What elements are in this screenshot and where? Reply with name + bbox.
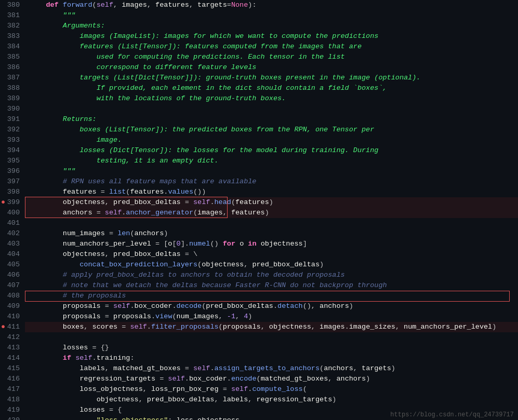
line-number: 405 <box>0 260 25 270</box>
line-number: 388 <box>0 83 25 93</box>
line-content: testing, it is an empty dict. <box>25 156 518 166</box>
line-number: 404 <box>0 249 25 260</box>
code-line: 418 objectness, pred_bbox_deltas, labels… <box>0 395 518 405</box>
line-number: 408 <box>0 291 25 301</box>
code-line: 386 correspond to different feature leve… <box>0 62 518 73</box>
code-line: 392 boxes (List[Tensor]): the predicted … <box>0 125 518 135</box>
code-line: 405 concat_box_prediction_layers(objectn… <box>0 260 518 270</box>
code-line: 393 image. <box>0 135 518 145</box>
line-number: 391 <box>0 114 25 125</box>
code-line: 408 # the proposals <box>0 291 518 301</box>
code-line: 415 labels, matched_gt_boxes = self.assi… <box>0 363 518 374</box>
line-number: 419 <box>0 405 25 415</box>
line-number: 400 <box>0 208 25 218</box>
line-content: def forward(self, images, features, targ… <box>25 0 518 10</box>
line-number: 386 <box>0 62 25 73</box>
line-number: 396 <box>0 166 25 177</box>
line-number: 394 <box>0 145 25 156</box>
line-content: Arguments: <box>25 21 518 31</box>
line-number: 417 <box>0 384 25 395</box>
line-content: If provided, each element in the dict sh… <box>25 83 518 93</box>
line-content: concat_box_prediction_layers(objectness,… <box>25 260 518 270</box>
code-line: 402 num_images = len(anchors) <box>0 228 518 239</box>
code-line: 385 used for computing the predictions. … <box>0 52 518 62</box>
line-number: 412 <box>0 332 25 343</box>
code-line: 404 objectness, pred_bbox_deltas = \ <box>0 249 518 260</box>
line-number: 411 <box>0 322 25 332</box>
line-content: losses (Dict[Tensor]): the losses for th… <box>25 145 518 156</box>
line-content: with the locations of the ground-truth b… <box>25 93 518 104</box>
line-number: 384 <box>0 42 25 52</box>
line-number: 383 <box>0 31 25 42</box>
code-line: 398 features = list(features.values()) <box>0 187 518 197</box>
line-number: 398 <box>0 187 25 197</box>
code-line: 395 testing, it is an empty dict. <box>0 156 518 166</box>
line-content: # RPN uses all feature maps that are ava… <box>25 177 518 187</box>
code-line: 389 with the locations of the ground-tru… <box>0 93 518 104</box>
line-number: 390 <box>0 104 25 114</box>
code-line: 412 <box>0 332 518 343</box>
line-number: 382 <box>0 21 25 31</box>
line-content: features = list(features.values()) <box>25 187 518 197</box>
code-line: 401 <box>0 218 518 228</box>
line-content: objectness, pred_bbox_deltas, labels, re… <box>25 395 518 405</box>
line-content: boxes, scores = self.filter_proposals(pr… <box>25 322 518 332</box>
code-line: 381 """ <box>0 10 518 21</box>
line-content: images (ImageList): images for which we … <box>25 31 518 42</box>
code-line: 399 objectness, pred_bbox_deltas = self.… <box>0 197 518 208</box>
code-line: 403 num_anchors_per_level = [o[0].numel(… <box>0 239 518 249</box>
line-number: 393 <box>0 135 25 145</box>
code-line: 394 losses (Dict[Tensor]): the losses fo… <box>0 145 518 156</box>
line-content: """ <box>25 10 518 21</box>
code-line: 416 regression_targets = self.box_coder.… <box>0 374 518 384</box>
url-bar: https://blog.csdn.net/qq_24739717 <box>386 410 518 420</box>
line-number: 387 <box>0 73 25 83</box>
line-number: 413 <box>0 343 25 353</box>
line-number: 401 <box>0 218 25 228</box>
line-number: 403 <box>0 239 25 249</box>
line-content: proposals = proposals.view(num_images, -… <box>25 311 518 322</box>
line-content: proposals = self.box_coder.decode(pred_b… <box>25 301 518 311</box>
line-content: boxes (List[Tensor]): the predicted boxe… <box>25 125 518 135</box>
line-content: # the proposals <box>25 291 518 301</box>
code-line: 387 targets (List[Dict[Tensor]]): ground… <box>0 73 518 83</box>
line-number: 381 <box>0 10 25 21</box>
line-content: targets (List[Dict[Tensor]]): ground-tru… <box>25 73 518 83</box>
code-line: 407 # note that we detach the deltas bec… <box>0 280 518 291</box>
line-number: 402 <box>0 228 25 239</box>
line-content: """ <box>25 166 518 177</box>
line-content: correspond to different feature levels <box>25 62 518 73</box>
line-content: anchors = self.anchor_generator(images, … <box>25 208 518 218</box>
line-number: 407 <box>0 280 25 291</box>
line-number: 415 <box>0 363 25 374</box>
line-number: 389 <box>0 93 25 104</box>
code-line: 417 loss_objectness, loss_rpn_box_reg = … <box>0 384 518 395</box>
line-content: Returns: <box>25 114 518 125</box>
line-number: 392 <box>0 125 25 135</box>
line-number: 418 <box>0 395 25 405</box>
line-number: 416 <box>0 374 25 384</box>
line-content: loss_objectness, loss_rpn_box_reg = self… <box>25 384 518 395</box>
line-number: 395 <box>0 156 25 166</box>
code-line: 414 if self.training: <box>0 353 518 363</box>
code-editor: 380 def forward(self, images, features, … <box>0 0 518 420</box>
line-content: num_images = len(anchors) <box>25 228 518 239</box>
code-line: 406 # apply pred_bbox_deltas to anchors … <box>0 270 518 280</box>
code-line: 410 proposals = proposals.view(num_image… <box>0 311 518 322</box>
line-content: image. <box>25 135 518 145</box>
line-content: objectness, pred_bbox_deltas = \ <box>25 249 518 260</box>
code-line: 380 def forward(self, images, features, … <box>0 0 518 10</box>
line-content: losses = {} <box>25 343 518 353</box>
line-content: labels, matched_gt_boxes = self.assign_t… <box>25 363 518 374</box>
code-line: 391 Returns: <box>0 114 518 125</box>
code-line: 409 proposals = self.box_coder.decode(pr… <box>0 301 518 311</box>
line-number: 410 <box>0 311 25 322</box>
code-line: 382 Arguments: <box>0 21 518 31</box>
code-line: 383 images (ImageList): images for which… <box>0 31 518 42</box>
code-line: 413 losses = {} <box>0 343 518 353</box>
code-line: 388 If provided, each element in the dic… <box>0 83 518 93</box>
code-line: 390 <box>0 104 518 114</box>
line-number: 385 <box>0 52 25 62</box>
line-number: 397 <box>0 177 25 187</box>
line-content: objectness, pred_bbox_deltas = self.head… <box>25 197 518 208</box>
